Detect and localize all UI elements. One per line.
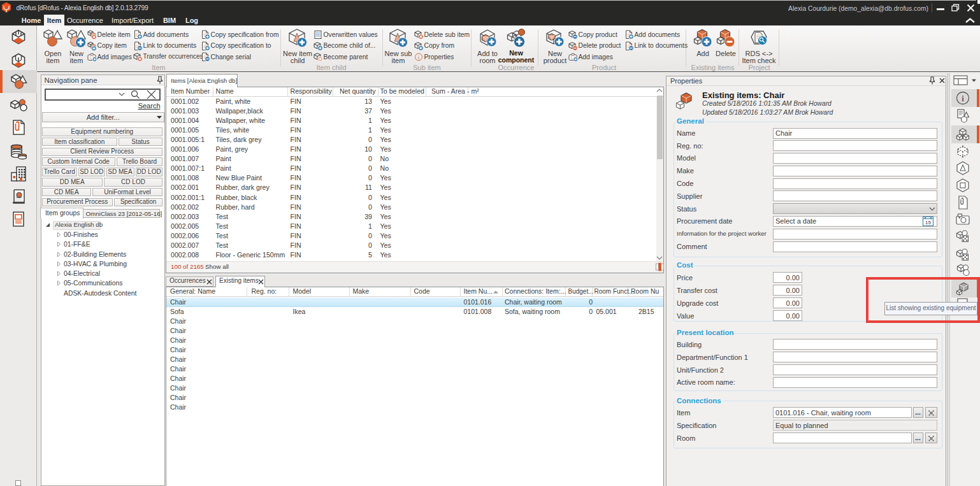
svg-text:i: i	[962, 94, 964, 103]
svg-text:i: i	[418, 54, 420, 61]
svg-text:15: 15	[925, 220, 931, 225]
